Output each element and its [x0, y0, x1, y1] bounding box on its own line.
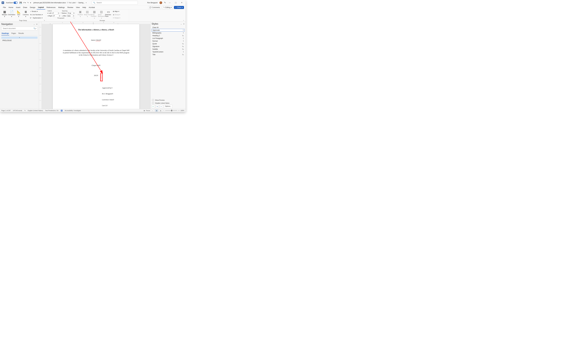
tab-layout[interactable]: Layout: [37, 6, 45, 9]
style-signature[interactable]: Signature¶a: [152, 45, 184, 48]
style-inspector-button[interactable]: Aa: [156, 105, 159, 108]
spacing-before-stepper[interactable]: ▲▼: [73, 12, 74, 14]
nav-close-button[interactable]: ✕: [36, 23, 38, 25]
tab-file[interactable]: File: [2, 6, 7, 9]
align-button[interactable]: ⊞ Align ▾: [113, 10, 128, 13]
tab-references[interactable]: References: [45, 6, 57, 9]
zoom-level[interactable]: 100%: [180, 110, 184, 111]
close-button[interactable]: ✕: [180, 2, 184, 4]
maximize-button[interactable]: ▢: [174, 2, 178, 4]
search-box[interactable]: 🔍: [92, 1, 138, 5]
style-bibliography[interactable]: Bibliography¶: [152, 32, 184, 34]
pen-icon[interactable]: ✎: [164, 1, 166, 4]
margins-button[interactable]: ▦ Margins▾: [1, 10, 8, 20]
status-language[interactable]: English (United States): [28, 110, 43, 111]
tab-review[interactable]: Review: [66, 6, 75, 9]
style-task03content[interactable]: Task03Content¶: [152, 51, 184, 53]
status-predictions[interactable]: Text Predictions: On: [45, 110, 59, 111]
share-button[interactable]: ↗ Share ▾: [174, 6, 184, 9]
nav-search-box[interactable]: 🔍▾: [1, 27, 38, 30]
orientation-button[interactable]: 📄 Orientation▾: [8, 10, 15, 20]
comments-button[interactable]: 💬 Comments: [148, 6, 161, 9]
spacing-after-stepper[interactable]: ▲▼: [73, 15, 74, 17]
line-numbers-button[interactable]: № Line Numbers ▾: [30, 13, 45, 16]
indent-right-input[interactable]: [53, 15, 59, 17]
status-accessibility[interactable]: Accessibility: Investigate: [65, 110, 81, 111]
group-label-paragraph: Paragraph ↘: [47, 17, 74, 19]
indent-right-stepper[interactable]: ▲▼: [59, 15, 60, 17]
new-style-button[interactable]: A+: [152, 105, 155, 108]
zoom-out-button[interactable]: −: [163, 110, 164, 111]
nav-tab-headings[interactable]: Headings: [1, 32, 9, 35]
styles-close-button[interactable]: ✕: [183, 23, 184, 25]
nav-tab-results[interactable]: Results: [18, 32, 24, 35]
spellcheck-icon[interactable]: ✎: [24, 110, 26, 111]
indent-left-input[interactable]: [52, 12, 58, 14]
style-clear-all[interactable]: Clear All: [152, 26, 184, 29]
user-name[interactable]: Ron Bergquist: [147, 2, 157, 4]
view-print-layout-button[interactable]: ▤: [155, 109, 158, 112]
focus-icon[interactable]: ◑: [144, 110, 145, 111]
nav-heading-prologue[interactable]: PROLOGUE: [1, 39, 38, 42]
style-list-paragraph[interactable]: List Paragraph¶: [152, 37, 184, 40]
ribbon-collapse-button[interactable]: ⌄: [183, 19, 184, 21]
avatar[interactable]: [159, 1, 162, 4]
navigation-pane: Navigation ⌄ ✕ 🔍▾ Headings Pages Results…: [0, 22, 39, 109]
nav-tab-pages[interactable]: Pages: [11, 32, 16, 35]
view-web-layout-button[interactable]: ▥: [159, 109, 162, 112]
hyphenation-button[interactable]: bᶜ⁻ Hyphenation ▾: [30, 17, 45, 19]
styles-chevron-icon[interactable]: ⌄: [180, 23, 182, 25]
style-normal[interactable]: Normal¶: [152, 40, 184, 42]
view-read-mode-button[interactable]: ▭: [151, 109, 154, 112]
manage-styles-button[interactable]: A↓: [160, 105, 163, 108]
save-icon[interactable]: 💾: [20, 2, 22, 4]
styles-options-button[interactable]: Options...: [164, 105, 173, 108]
zoom-slider[interactable]: [165, 110, 177, 111]
tab-design[interactable]: Design: [29, 6, 37, 9]
status-focus[interactable]: Focus: [146, 110, 150, 111]
show-preview-checkbox[interactable]: Show Preview: [152, 99, 184, 101]
page-setup-dialog-launcher[interactable]: ↘: [44, 19, 45, 21]
tab-mailings[interactable]: Mailings: [57, 6, 66, 9]
autosave-toggle[interactable]: AutoSave On: [6, 2, 18, 4]
style-title[interactable]: Title¶a: [152, 53, 184, 56]
paragraph-dialog-launcher[interactable]: ↘: [73, 17, 74, 19]
breaks-button[interactable]: ⤶ Breaks ▾: [30, 10, 45, 13]
horizontal-ruler[interactable]: 1 2 3 4 5 6 ⌐ ▿ ▵: [42, 22, 150, 24]
columns-button[interactable]: ≣ Columns▾: [22, 10, 29, 20]
minimize-button[interactable]: —: [168, 2, 172, 4]
style-approvals[interactable]: Approvals¶: [152, 29, 184, 32]
nav-search-input[interactable]: [3, 27, 33, 30]
tab-view[interactable]: View: [74, 6, 81, 9]
autosave-switch[interactable]: On: [13, 2, 18, 4]
tab-acrobat[interactable]: Acrobat: [87, 6, 96, 9]
title-dropdown-icon[interactable]: ▾: [86, 2, 87, 4]
sensitivity-label[interactable]: 🛡 No Label: [67, 2, 76, 4]
zoom-in-button[interactable]: +: [178, 110, 179, 111]
style-heading-2[interactable]: Heading 2¶a: [152, 34, 184, 37]
selection-pane-button[interactable]: ▭ Selection Pane: [105, 10, 112, 20]
size-button[interactable]: 📐 Size▾: [15, 10, 22, 20]
indent-left-stepper[interactable]: ▲▼: [58, 12, 59, 14]
status-words[interactable]: 147143 words: [13, 110, 22, 111]
redo-button[interactable]: ↷: [27, 2, 29, 4]
editing-mode-button[interactable]: ✎ Editing ▾: [162, 6, 173, 9]
tab-help[interactable]: Help: [81, 6, 87, 9]
document-name[interactable]: johnson.pat.20231030A.the-information.do…: [33, 2, 66, 4]
tab-draw[interactable]: Draw: [22, 6, 28, 9]
search-input[interactable]: [96, 2, 136, 4]
qat-customize[interactable]: ▾: [30, 2, 31, 4]
spacing-after-input[interactable]: [67, 15, 73, 17]
style-subtitle[interactable]: Subtitle¶a: [152, 48, 184, 51]
vertical-ruler[interactable]: [39, 22, 42, 109]
spacing-before-input[interactable]: [67, 12, 73, 14]
disable-linked-checkbox[interactable]: Disable Linked Styles: [152, 102, 184, 104]
tab-insert[interactable]: Insert: [15, 6, 22, 9]
nav-current-page-marker[interactable]: ▴: [1, 37, 38, 39]
style-quote[interactable]: Quote¶a: [152, 42, 184, 45]
undo-button[interactable]: ↶▾: [23, 2, 26, 4]
status-page[interactable]: Page 1 of 297: [1, 110, 11, 111]
document-page[interactable]: The information: a history, a theory, a …: [53, 24, 139, 109]
nav-chevron-icon[interactable]: ⌄: [33, 23, 35, 25]
tab-home[interactable]: Home: [7, 6, 15, 9]
